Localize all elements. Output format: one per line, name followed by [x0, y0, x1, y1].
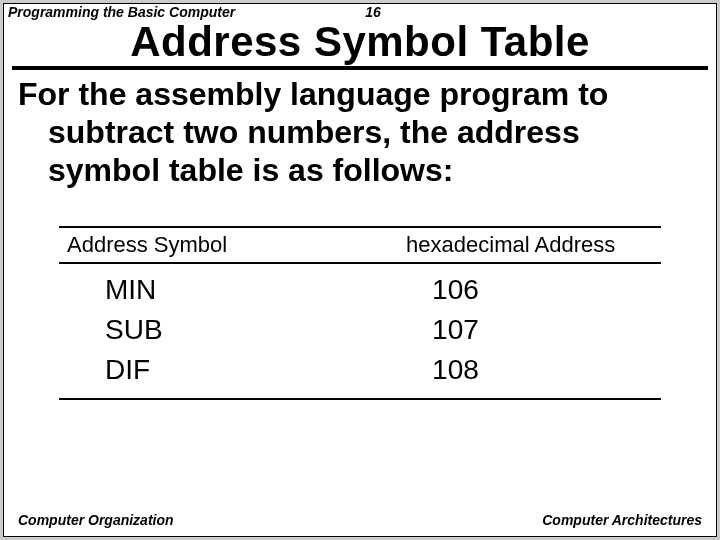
cell-symbol: MIN	[59, 274, 396, 306]
table-header-row: Address Symbol hexadecimal Address	[59, 228, 661, 262]
cell-hex: 107	[396, 314, 661, 346]
footer-right: Computer Architectures	[542, 512, 702, 528]
body-line: For the assembly language program to	[18, 76, 608, 112]
cell-hex: 108	[396, 354, 661, 386]
table-rule-bottom	[59, 398, 661, 400]
slide-footer: Computer Organization Computer Architect…	[18, 512, 702, 528]
table-header-hex: hexadecimal Address	[396, 232, 661, 258]
table-header-symbol: Address Symbol	[59, 232, 396, 258]
slide: Programming the Basic Computer 16 Addres…	[3, 3, 717, 537]
table-row: SUB 107	[59, 310, 661, 350]
table-body: MIN 106 SUB 107 DIF 108	[59, 264, 661, 398]
slide-title: Address Symbol Table	[4, 18, 716, 66]
table-row: MIN 106	[59, 270, 661, 310]
address-symbol-table: Address Symbol hexadecimal Address MIN 1…	[59, 226, 661, 400]
table-row: DIF 108	[59, 350, 661, 390]
cell-symbol: DIF	[59, 354, 396, 386]
body-paragraph: For the assembly language program to sub…	[18, 76, 702, 189]
body-line: symbol table is as follows:	[18, 152, 702, 190]
cell-hex: 106	[396, 274, 661, 306]
body-line: subtract two numbers, the address	[18, 114, 702, 152]
footer-left: Computer Organization	[18, 512, 174, 528]
cell-symbol: SUB	[59, 314, 396, 346]
title-underline	[12, 66, 708, 70]
